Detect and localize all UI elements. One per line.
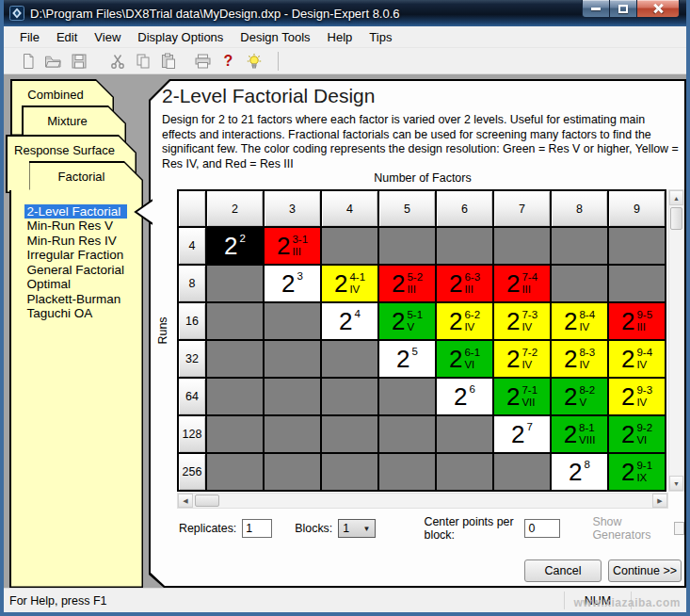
empty-cell	[207, 416, 263, 452]
design-cell-2-9-3[interactable]: 29-3IV	[609, 379, 665, 414]
empty-cell	[322, 341, 377, 377]
horizontal-scroll-thumb[interactable]	[195, 494, 219, 507]
runs-axis-label: Runs	[156, 302, 169, 359]
sidebar-item-general-factorial[interactable]: General Factorial	[24, 263, 128, 278]
toolbar-separator	[278, 52, 279, 71]
chevron-down-icon: ▼	[363, 525, 371, 533]
close-icon	[652, 3, 664, 14]
menu-item-display-options[interactable]: Display Options	[129, 28, 232, 46]
title-bar: D:\Program Files\DX8Trial data\MyDesign.…	[4, 0, 686, 26]
design-cell-2-3[interactable]: 23	[265, 266, 320, 301]
menu-item-edit[interactable]: Edit	[48, 28, 86, 46]
empty-cell	[494, 228, 550, 264]
design-cell-2-9-2[interactable]: 29-2VI	[609, 416, 665, 452]
empty-cell	[437, 454, 492, 490]
center-points-label: Center points per block:	[425, 515, 520, 542]
sidebar-item-irregular-fraction[interactable]: Irregular Fraction	[24, 248, 128, 263]
sidebar-item-2-level-factorial[interactable]: 2-Level Factorial	[24, 204, 128, 219]
design-cell-2-8-1[interactable]: 28-1VIII	[552, 416, 607, 452]
menu-item-file[interactable]: File	[11, 28, 48, 46]
grid-horizontal-scrollbar[interactable]: ◀ ▶	[177, 493, 668, 509]
design-cell-2-4[interactable]: 24	[322, 303, 377, 339]
maximize-button[interactable]	[610, 0, 636, 18]
scroll-down-icon[interactable]: ▼	[669, 476, 683, 491]
copy-button[interactable]	[130, 50, 155, 73]
grid-corner-cell	[179, 191, 205, 226]
sidebar-item-min-run-res-iv[interactable]: Min-Run Res IV	[24, 234, 128, 249]
maximize-icon	[618, 5, 628, 13]
runs-row-header-8: 8	[179, 266, 205, 301]
design-cell-2-7-3[interactable]: 27-3IV	[494, 303, 550, 339]
new-button[interactable]	[15, 50, 40, 73]
show-generators-label: Show Generators	[592, 515, 662, 542]
center-points-input[interactable]	[524, 519, 560, 538]
design-cell-2-5-2[interactable]: 25-2III	[379, 266, 435, 301]
cut-button[interactable]	[104, 50, 130, 73]
design-cell-2-7-1[interactable]: 27-1VII	[494, 379, 550, 414]
sidebar-item-taguchi-oa[interactable]: Taguchi OA	[24, 306, 128, 321]
runs-row-header-32: 32	[179, 341, 205, 377]
design-cell-2-6-1[interactable]: 26-1VI	[437, 341, 492, 377]
sidebar-item-plackett-burman[interactable]: Plackett-Burman	[24, 292, 128, 307]
open-button[interactable]	[40, 50, 66, 73]
design-cell-2-6-2[interactable]: 26-2IV	[437, 303, 492, 339]
factor-column-header-3: 3	[265, 191, 320, 226]
empty-cell	[437, 416, 492, 452]
design-cell-2-9-5[interactable]: 29-5III	[609, 303, 665, 339]
design-cell-2-2[interactable]: 22	[207, 228, 263, 264]
lightbulb-icon	[246, 53, 263, 70]
replicates-input[interactable]	[242, 519, 272, 538]
blocks-label: Blocks:	[295, 522, 332, 535]
design-cell-2-6[interactable]: 26	[437, 379, 492, 414]
print-button[interactable]	[190, 50, 216, 73]
design-cell-2-9-1[interactable]: 29-1IX	[609, 454, 665, 490]
continue-button[interactable]: Continue >>	[608, 559, 682, 582]
design-cell-2-8-2[interactable]: 28-2V	[552, 379, 607, 414]
menu-item-view[interactable]: View	[86, 28, 129, 46]
empty-cell	[322, 416, 377, 452]
empty-cell	[207, 379, 263, 414]
paste-button[interactable]	[155, 50, 181, 73]
factor-column-header-4: 4	[322, 191, 377, 226]
page-description: Design for 2 to 21 factors where each fa…	[162, 113, 682, 171]
tab-factorial[interactable]: Factorial 2-Level FactorialMin-Run Res V…	[9, 161, 143, 588]
design-cell-2-8-3[interactable]: 28-3IV	[552, 341, 607, 377]
design-cell-2-5-1[interactable]: 25-1V	[379, 303, 435, 339]
sidebar-item-min-run-res-v[interactable]: Min-Run Res V	[24, 219, 128, 234]
design-cell-2-8-4[interactable]: 28-4IV	[552, 303, 607, 339]
minimize-button[interactable]	[582, 0, 610, 18]
scroll-up-icon[interactable]: ▲	[669, 190, 683, 205]
design-cell-2-8[interactable]: 28	[552, 454, 607, 490]
grid-vertical-scrollbar[interactable]: ▲ ▼	[668, 189, 684, 492]
scroll-left-icon[interactable]: ◀	[178, 494, 193, 508]
empty-cell	[609, 266, 665, 301]
open-folder-icon	[44, 53, 62, 70]
cancel-button[interactable]: Cancel	[524, 559, 602, 582]
design-type-list: 2-Level FactorialMin-Run Res VMin-Run Re…	[24, 204, 128, 321]
design-cell-2-7[interactable]: 27	[494, 416, 550, 452]
design-cell-2-6-3[interactable]: 26-3III	[437, 266, 492, 301]
design-cell-2-7-2[interactable]: 27-2IV	[494, 341, 550, 377]
design-cell-2-3-1[interactable]: 23-1III	[265, 228, 320, 264]
help-button[interactable]: ?	[216, 50, 241, 73]
scroll-right-icon[interactable]: ▶	[652, 494, 667, 508]
design-cell-2-5[interactable]: 25	[379, 341, 435, 377]
sidebar-item-optimal[interactable]: Optimal	[24, 277, 128, 292]
empty-cell	[552, 228, 607, 264]
help-icon: ?	[224, 53, 233, 70]
menu-item-help[interactable]: Help	[319, 28, 361, 46]
blocks-dropdown[interactable]: 1 ▼	[338, 519, 375, 538]
design-cell-2-7-4[interactable]: 27-4III	[494, 266, 550, 301]
close-button[interactable]	[636, 0, 680, 18]
tips-button[interactable]	[241, 50, 266, 73]
menu-item-tips[interactable]: Tips	[361, 28, 400, 46]
tab-response-surface-label: Response Surface	[8, 143, 122, 157]
save-button[interactable]	[66, 50, 91, 73]
menu-item-design-tools[interactable]: Design Tools	[232, 28, 318, 46]
design-cell-2-4-1[interactable]: 24-1IV	[322, 266, 377, 301]
vertical-scroll-thumb[interactable]	[670, 207, 682, 230]
design-cell-2-9-4[interactable]: 29-4IV	[609, 341, 665, 377]
paste-icon	[160, 53, 177, 70]
app-icon	[9, 6, 24, 21]
empty-cell	[322, 228, 377, 264]
